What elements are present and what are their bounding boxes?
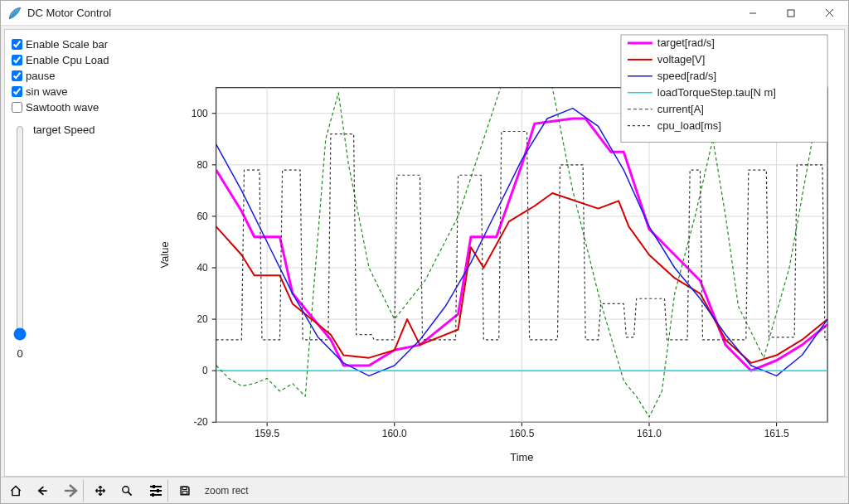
check-label: Enable Scale bar — [26, 38, 108, 51]
check-label: sin wave — [26, 85, 68, 98]
forward-button[interactable] — [57, 479, 84, 502]
zoom-button[interactable] — [115, 479, 138, 502]
check-enable-scale-bar-box[interactable] — [12, 39, 22, 50]
svg-rect-62 — [153, 485, 155, 488]
svg-line-58 — [128, 492, 131, 495]
svg-text:40: 40 — [196, 262, 208, 274]
svg-text:161.0: 161.0 — [637, 428, 662, 439]
svg-text:Time: Time — [510, 451, 533, 463]
svg-text:20: 20 — [196, 313, 208, 325]
check-label: Enable Cpu Load — [26, 54, 109, 66]
target-speed-label: target Speed — [33, 124, 95, 360]
svg-rect-65 — [182, 487, 187, 490]
target-speed-value: 0 — [17, 347, 22, 360]
check-sawtooth-wave[interactable]: Sawtooth wave — [12, 99, 134, 115]
pan-button[interactable] — [89, 479, 112, 502]
svg-rect-1 — [788, 10, 794, 17]
svg-text:100: 100 — [192, 108, 208, 119]
check-pause-box[interactable] — [12, 70, 22, 81]
check-sin-wave-box[interactable] — [12, 86, 22, 97]
toolbar: zoom rect — [1, 477, 848, 503]
svg-text:loadTorqueStep.tau[N m]: loadTorqueStep.tau[N m] — [657, 86, 776, 99]
titlebar: DC Motor Control — [1, 1, 848, 26]
check-enable-scale-bar[interactable]: Enable Scale bar — [12, 36, 134, 52]
check-pause[interactable]: pause — [12, 68, 134, 84]
check-label: pause — [26, 70, 55, 82]
check-sin-wave[interactable]: sin wave — [12, 84, 134, 99]
target-speed-slider[interactable] — [12, 125, 27, 341]
toolbar-status: zoom rect — [205, 485, 249, 497]
svg-text:159.5: 159.5 — [255, 428, 279, 439]
close-button[interactable] — [810, 1, 848, 26]
svg-rect-66 — [182, 491, 187, 494]
svg-text:0: 0 — [202, 365, 208, 376]
svg-text:speed[rad/s]: speed[rad/s] — [657, 70, 716, 82]
svg-text:160.0: 160.0 — [382, 428, 407, 439]
maximize-button[interactable] — [772, 1, 810, 26]
minimize-button[interactable] — [734, 1, 772, 26]
app-icon — [7, 6, 22, 21]
svg-text:voltage[V]: voltage[V] — [657, 53, 706, 65]
check-enable-cpu-load-box[interactable] — [12, 55, 22, 65]
svg-text:Value: Value — [158, 241, 171, 268]
svg-text:60: 60 — [196, 211, 208, 222]
check-label: Sawtooth wave — [26, 101, 99, 114]
back-button[interactable] — [31, 479, 54, 502]
svg-text:cpu_load[ms]: cpu_load[ms] — [657, 119, 721, 132]
svg-rect-64 — [152, 493, 154, 497]
plot-area[interactable]: 159.5160.0160.5161.0161.5-20020406080100… — [142, 30, 844, 476]
check-enable-cpu-load[interactable]: Enable Cpu Load — [12, 52, 134, 68]
check-sawtooth-wave-box[interactable] — [12, 102, 22, 113]
svg-text:-20: -20 — [193, 416, 208, 428]
svg-text:current[A]: current[A] — [657, 103, 704, 115]
sidebar: Enable Scale bar Enable Cpu Load pause s… — [5, 30, 142, 476]
window-title: DC Motor Control — [27, 7, 734, 19]
svg-rect-63 — [157, 489, 159, 492]
configure-button[interactable] — [142, 479, 168, 502]
save-button[interactable] — [173, 479, 196, 502]
svg-point-57 — [123, 486, 129, 492]
svg-text:80: 80 — [196, 159, 208, 171]
home-button[interactable] — [4, 479, 27, 502]
svg-text:161.5: 161.5 — [764, 428, 789, 439]
svg-text:160.5: 160.5 — [509, 428, 534, 439]
svg-text:target[rad/s]: target[rad/s] — [657, 36, 715, 49]
